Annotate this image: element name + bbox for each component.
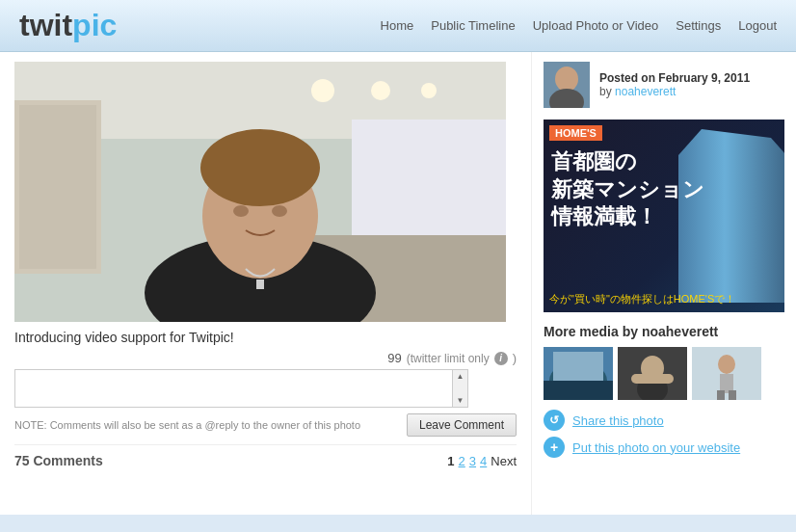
svg-point-4 bbox=[421, 83, 437, 98]
by-label: by bbox=[599, 85, 612, 98]
next-page-button[interactable]: Next bbox=[491, 454, 517, 468]
nav-logout[interactable]: Logout bbox=[738, 18, 777, 33]
logo-twit: twit bbox=[19, 8, 72, 43]
top-nav: Home Public Timeline Upload Photo or Vid… bbox=[381, 18, 777, 33]
comment-note-row: NOTE: Comments will also be sent as a @r… bbox=[14, 413, 517, 437]
posted-info: Posted on February 9, 2011 by noaheveret… bbox=[599, 71, 750, 98]
more-media-title: More media by noaheverett bbox=[544, 324, 784, 339]
left-panel: Introducing video support for Twitpic! 9… bbox=[0, 52, 531, 515]
thumbnails-row bbox=[544, 347, 784, 400]
svg-point-17 bbox=[555, 66, 578, 92]
share-icon: ↺ bbox=[544, 410, 565, 431]
nav-upload[interactable]: Upload Photo or Video bbox=[533, 18, 659, 33]
ad-bottom-text: 今が"買い時"の物件探しはHOME'Sで！ bbox=[549, 292, 779, 306]
thumbnail-1[interactable] bbox=[544, 347, 613, 400]
posted-username[interactable]: noaheverett bbox=[615, 85, 676, 98]
main-content: Introducing video support for Twitpic! 9… bbox=[0, 52, 796, 515]
logo-pic: pic bbox=[72, 8, 117, 43]
avatar bbox=[544, 62, 590, 108]
svg-point-2 bbox=[311, 79, 334, 102]
svg-point-3 bbox=[371, 81, 390, 100]
ad-line3: 情報満載！ bbox=[551, 203, 704, 231]
page-4[interactable]: 4 bbox=[480, 454, 487, 468]
nav-home[interactable]: Home bbox=[381, 18, 414, 33]
textarea-scrollbar[interactable]: ▲ ▼ bbox=[453, 369, 468, 408]
svg-rect-31 bbox=[729, 390, 736, 400]
char-count: 99 bbox=[387, 351, 401, 365]
svg-rect-21 bbox=[553, 352, 603, 381]
svg-point-28 bbox=[718, 355, 735, 374]
share-label[interactable]: Share this photo bbox=[572, 413, 664, 428]
video-frame-svg bbox=[14, 62, 506, 322]
ad-line1: 首都圏の bbox=[551, 148, 704, 176]
right-panel: Posted on February 9, 2011 by noaheveret… bbox=[531, 52, 796, 515]
comment-input-row: ▲ ▼ bbox=[14, 369, 517, 408]
twitter-limit-label: (twitter limit only bbox=[407, 352, 490, 365]
ad-banner[interactable]: HOME'S 首都圏の 新築マンション 情報満載！ 今が"買い時"の物件探しはH… bbox=[544, 120, 784, 312]
close-paren: ) bbox=[513, 351, 517, 365]
page-3[interactable]: 3 bbox=[469, 454, 476, 468]
logo: twitpic bbox=[19, 8, 117, 43]
svg-point-13 bbox=[233, 205, 249, 217]
svg-rect-15 bbox=[256, 279, 264, 289]
posted-date: Posted on February 9, 2011 bbox=[599, 71, 750, 85]
svg-rect-7 bbox=[352, 120, 506, 235]
svg-rect-30 bbox=[717, 390, 725, 400]
leave-comment-button[interactable]: Leave Comment bbox=[407, 413, 517, 437]
comments-section: 75 Comments 1 2 3 4 Next bbox=[14, 444, 517, 468]
share-row: ↺ Share this photo bbox=[544, 410, 784, 431]
nav-settings[interactable]: Settings bbox=[676, 18, 721, 33]
pagination: 1 2 3 4 Next bbox=[447, 454, 517, 468]
comments-count: 75 Comments bbox=[14, 453, 103, 468]
char-count-row: 99 (twitter limit only i ) bbox=[14, 351, 517, 365]
posted-by-section: Posted on February 9, 2011 by noaheveret… bbox=[544, 62, 784, 108]
page-1[interactable]: 1 bbox=[447, 454, 454, 468]
info-icon: i bbox=[494, 352, 508, 365]
svg-rect-26 bbox=[631, 374, 674, 384]
page-2[interactable]: 2 bbox=[459, 454, 465, 468]
video-caption: Introducing video support for Twitpic! bbox=[14, 330, 517, 345]
svg-point-12 bbox=[200, 129, 320, 206]
svg-point-14 bbox=[272, 205, 287, 217]
comments-header: 75 Comments 1 2 3 4 Next bbox=[14, 453, 517, 468]
scroll-down-arrow[interactable]: ▼ bbox=[457, 396, 464, 405]
avatar-image bbox=[544, 62, 590, 108]
video-player[interactable] bbox=[14, 62, 506, 322]
thumbnail-2[interactable] bbox=[618, 347, 687, 400]
svg-rect-22 bbox=[544, 381, 613, 400]
ad-label: HOME'S bbox=[549, 125, 602, 141]
comment-textarea[interactable] bbox=[14, 369, 453, 408]
posted-by-row: by noaheverett bbox=[599, 85, 750, 98]
avatar-svg bbox=[544, 62, 590, 108]
scroll-up-arrow[interactable]: ▲ bbox=[457, 372, 464, 381]
nav-public-timeline[interactable]: Public Timeline bbox=[431, 18, 515, 33]
embed-row: + Put this photo on your website bbox=[544, 437, 784, 458]
thumbnail-3[interactable] bbox=[692, 347, 761, 400]
comment-note: NOTE: Comments will also be sent as a @r… bbox=[14, 419, 360, 431]
header: twitpic Home Public Timeline Upload Phot… bbox=[0, 0, 796, 52]
svg-rect-6 bbox=[19, 105, 96, 269]
embed-icon: + bbox=[544, 437, 565, 458]
ad-line2: 新築マンション bbox=[551, 176, 704, 204]
embed-label[interactable]: Put this photo on your website bbox=[572, 440, 740, 455]
video-background bbox=[14, 62, 506, 322]
ad-text: 首都圏の 新築マンション 情報満載！ bbox=[551, 148, 704, 231]
